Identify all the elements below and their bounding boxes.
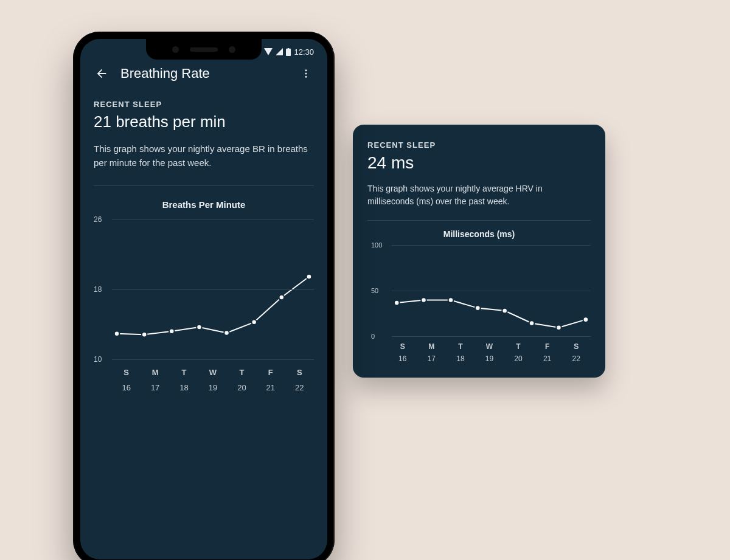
svg-point-2	[448, 297, 454, 303]
signal-icon	[276, 48, 283, 55]
hrv-section-label: RECENT SLEEP	[367, 140, 591, 150]
x-tick: S16	[388, 342, 417, 363]
svg-point-14	[142, 332, 147, 337]
svg-point-0	[394, 300, 400, 306]
y-tick: 18	[94, 285, 102, 294]
more-menu-button[interactable]	[298, 66, 314, 81]
hrv-x-axis: S16 M17 T18 W19 T20 F21 S22	[388, 342, 591, 363]
br-x-axis: S16 M17 T18 W19 T20 F21 S22	[112, 368, 314, 392]
y-tick: 100	[371, 241, 382, 249]
svg-point-20	[307, 274, 311, 279]
br-section-desc: This graph shows your nightly average BR…	[94, 142, 314, 170]
phone-screen: 12:30 Breathing Rate RECENT SLEEP 21 bre…	[80, 39, 327, 559]
br-chart: 26 18 10	[94, 220, 314, 359]
wifi-icon	[264, 48, 273, 55]
y-tick: 50	[371, 287, 378, 294]
svg-rect-8	[286, 49, 291, 56]
hrv-section-desc: This graph shows your nightly average HR…	[367, 182, 591, 208]
br-section-label: RECENT SLEEP	[94, 100, 314, 109]
svg-point-15	[169, 328, 174, 333]
x-tick: S16	[112, 368, 141, 392]
battery-icon	[286, 48, 291, 56]
svg-point-13	[114, 331, 119, 336]
y-tick: 26	[94, 215, 102, 224]
x-tick: W19	[475, 342, 504, 363]
back-button[interactable]	[94, 66, 109, 81]
hrv-chart-title: Milliseconds (ms)	[367, 229, 591, 239]
svg-point-17	[224, 330, 229, 335]
br-section-value: 21 breaths per min	[94, 112, 314, 131]
svg-point-1	[421, 297, 426, 303]
hrv-plot-area	[392, 245, 591, 336]
svg-point-16	[196, 325, 201, 330]
y-tick: 10	[94, 355, 102, 364]
hrv-card: RECENT SLEEP 24 ms This graph shows your…	[353, 125, 605, 378]
x-tick: T18	[446, 342, 475, 363]
more-vertical-icon	[301, 68, 311, 79]
svg-point-5	[529, 320, 535, 326]
x-tick: M17	[417, 342, 447, 363]
x-tick: T20	[504, 342, 533, 363]
hrv-chart: 100 50 0	[371, 245, 591, 336]
svg-point-12	[305, 76, 307, 78]
status-time: 12:30	[294, 47, 314, 57]
x-tick: S22	[561, 342, 591, 363]
x-tick: F21	[256, 368, 285, 392]
x-tick: T18	[170, 368, 198, 392]
svg-point-6	[556, 325, 561, 331]
y-tick: 0	[371, 333, 375, 340]
svg-point-10	[305, 69, 307, 71]
br-plot-area	[112, 220, 314, 359]
divider	[367, 220, 591, 221]
x-tick: M17	[141, 368, 169, 392]
svg-point-18	[251, 320, 256, 325]
x-tick: T20	[228, 368, 256, 392]
hrv-section-value: 24 ms	[367, 153, 591, 173]
phone-notch	[146, 39, 262, 60]
x-tick: W19	[198, 368, 227, 392]
svg-point-7	[583, 317, 589, 322]
svg-rect-9	[288, 48, 290, 49]
app-header: Breathing Rate	[94, 66, 314, 81]
phone-device-frame: 12:30 Breathing Rate RECENT SLEEP 21 bre…	[73, 32, 335, 560]
hrv-line-chart	[392, 245, 591, 338]
br-chart-title: Breaths Per Minute	[94, 199, 314, 210]
page-title: Breathing Rate	[120, 66, 287, 81]
divider	[94, 185, 314, 186]
x-tick: F21	[533, 342, 562, 363]
svg-point-4	[502, 308, 507, 314]
svg-point-11	[305, 73, 307, 75]
svg-point-19	[279, 295, 284, 300]
arrow-left-icon	[95, 67, 108, 80]
x-tick: S22	[285, 368, 314, 392]
svg-point-3	[475, 305, 481, 311]
